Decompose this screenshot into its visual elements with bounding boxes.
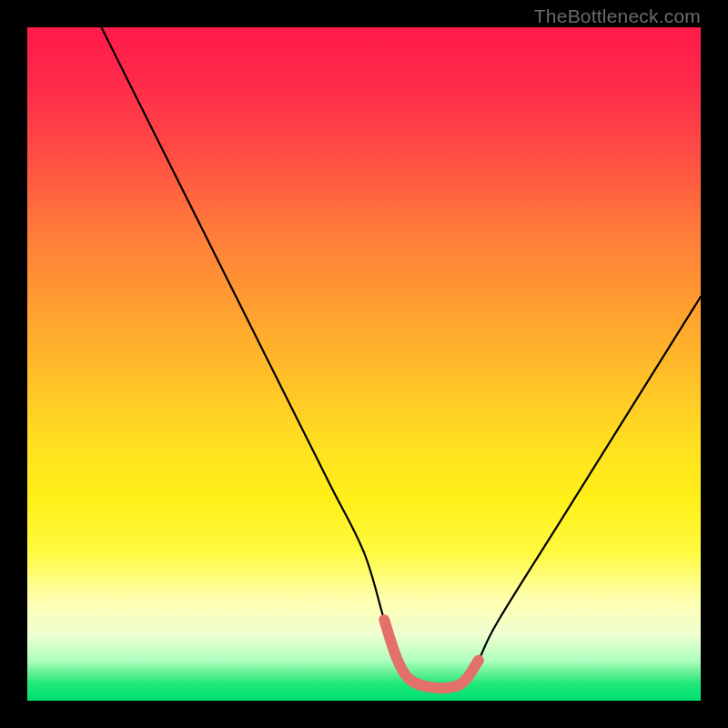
bottleneck-curve: [101, 27, 701, 688]
chart-container: TheBottleneck.com: [0, 0, 728, 728]
plot-area: [27, 27, 701, 701]
watermark-text: TheBottleneck.com: [534, 5, 701, 27]
valley-highlight: [384, 620, 479, 688]
curve-svg: [27, 27, 701, 701]
